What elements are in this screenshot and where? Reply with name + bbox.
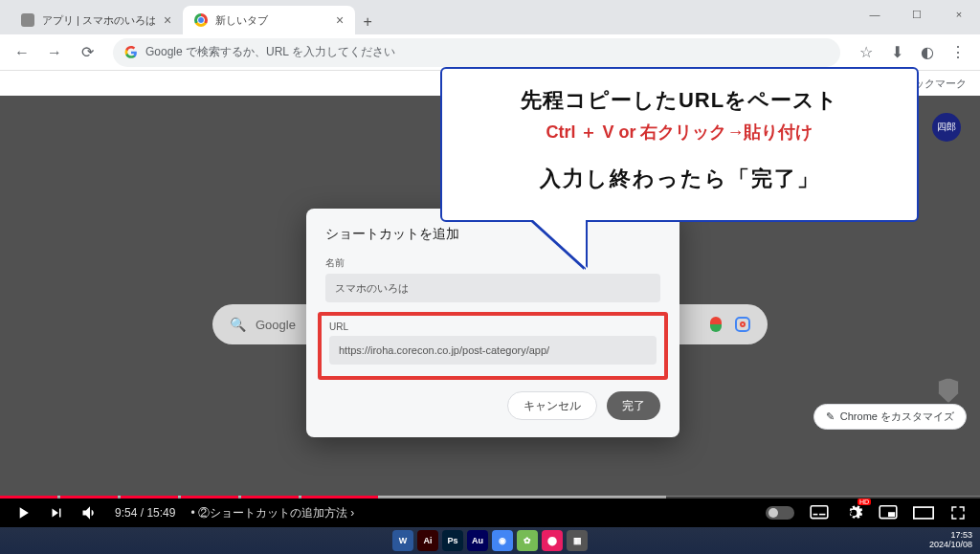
tab-new-tab[interactable]: 新しいタブ × (183, 6, 355, 34)
captions-button[interactable] (810, 505, 829, 521)
svg-rect-3 (813, 514, 818, 516)
url-input[interactable]: https://iroha.corecon.co.jp/post-categor… (329, 336, 657, 365)
app-icon-3[interactable]: ▦ (567, 530, 588, 551)
omnibox-placeholder: Google で検索するか、URL を入力してください (145, 44, 395, 60)
autoplay-toggle[interactable] (766, 506, 794, 520)
back-button[interactable]: ← (8, 38, 36, 67)
svg-rect-7 (914, 507, 933, 519)
name-input[interactable]: スマホのいろは (325, 274, 660, 302)
chapter-title[interactable]: • ②ショートカットの追加方法 › (190, 505, 354, 521)
avatar-label: 四郎 (937, 121, 956, 134)
search-icon: 🔍 (230, 317, 246, 332)
callout-line2: Ctrl ＋ V or 右クリック→貼り付け (459, 121, 900, 144)
pencil-icon: ✎ (826, 410, 835, 423)
mic-icon[interactable] (710, 317, 722, 332)
svg-rect-4 (819, 514, 825, 516)
app-icon[interactable]: ✿ (517, 530, 538, 551)
app-icon-2[interactable]: ⬤ (542, 530, 563, 551)
svg-point-1 (768, 508, 778, 518)
chrome-taskbar-icon[interactable]: ◉ (492, 530, 513, 551)
windows-taskbar: W Ai Ps Au ◉ ✿ ⬤ ▦ 17:53 2024/10/08 (0, 527, 980, 554)
bookmarks-folder[interactable]: ックマーク (914, 77, 967, 91)
customize-label: Chrome をカスタマイズ (840, 410, 954, 424)
searchbox-hint: Google (256, 318, 296, 332)
bookmark-star-icon[interactable]: ☆ (852, 38, 880, 67)
done-button[interactable]: 完了 (607, 391, 660, 420)
new-tab-button[interactable]: + (355, 10, 380, 34)
customize-chrome-button[interactable]: ✎ Chrome をカスタマイズ (813, 404, 967, 430)
menu-icon[interactable]: ⋮ (944, 38, 972, 67)
play-button[interactable] (13, 503, 33, 522)
system-tray[interactable]: 17:53 2024/10/08 (929, 531, 972, 550)
theater-button[interactable] (913, 506, 934, 520)
tab-title: 新しいタブ (215, 13, 268, 28)
minimize-button[interactable]: — (854, 0, 896, 29)
tab-app-iroha[interactable]: アプリ | スマホのいろは × (10, 6, 183, 34)
profile-icon[interactable]: ◐ (913, 38, 942, 67)
close-window-button[interactable]: × (938, 0, 980, 29)
miniplayer-button[interactable] (879, 505, 898, 521)
svg-rect-6 (888, 512, 895, 517)
address-bar[interactable]: Google で検索するか、URL を入力してください (113, 38, 840, 67)
settings-button[interactable] (844, 503, 863, 522)
toolbar: ← → ⟳ Google で検索するか、URL を入力してください ☆ ⬇ ◐ … (0, 34, 980, 71)
volume-button[interactable] (80, 503, 100, 522)
fullscreen-button[interactable] (949, 504, 967, 521)
close-icon[interactable]: × (164, 12, 171, 28)
window-controls: — ☐ × (854, 0, 980, 29)
url-section-highlighted: URL https://iroha.corecon.co.jp/post-cat… (318, 312, 668, 380)
illustrator-icon[interactable]: Ai (417, 530, 438, 551)
maximize-button[interactable]: ☐ (896, 0, 938, 29)
user-avatar[interactable]: 四郎 (932, 113, 961, 142)
svg-rect-2 (811, 506, 828, 519)
tab-favicon-icon (21, 13, 34, 27)
dialog-actions: キャンセル 完了 (325, 391, 660, 420)
name-input-value: スマホのいろは (335, 281, 409, 296)
tab-title: アプリ | スマホのいろは (42, 13, 156, 28)
tab-strip: アプリ | スマホのいろは × 新しいタブ × + — ☐ × (0, 0, 980, 34)
time-display: 9:54 / 15:49 (115, 506, 175, 520)
dialog-title: ショートカットを追加 (325, 226, 660, 243)
cancel-button[interactable]: キャンセル (507, 391, 597, 420)
google-icon (124, 46, 138, 59)
add-shortcut-dialog: ショートカットを追加 名前 スマホのいろは URL https://iroha.… (306, 209, 679, 437)
next-button[interactable] (48, 504, 65, 521)
close-icon[interactable]: × (336, 12, 344, 28)
downloads-icon[interactable]: ⬇ (882, 38, 911, 67)
instruction-callout: 先程コピーしたURLをペースト Ctrl ＋ V or 右クリック→貼り付け 入… (440, 67, 919, 222)
url-input-value: https://iroha.corecon.co.jp/post-categor… (339, 344, 549, 356)
chrome-favicon-icon (194, 13, 208, 27)
lens-icon[interactable] (735, 317, 750, 332)
forward-button[interactable]: → (40, 38, 69, 67)
video-player-controls: 9:54 / 15:49 • ②ショートカットの追加方法 › (0, 499, 980, 527)
callout-line1: 先程コピーしたURLをペースト (459, 86, 900, 115)
word-icon[interactable]: W (392, 530, 413, 551)
name-field-label: 名前 (325, 256, 660, 270)
reload-button[interactable]: ⟳ (73, 38, 101, 67)
audition-icon[interactable]: Au (467, 530, 488, 551)
callout-line3: 入力し終わったら「完了」 (459, 165, 900, 193)
url-field-label: URL (329, 321, 657, 332)
photoshop-icon[interactable]: Ps (442, 530, 463, 551)
chrome-window: アプリ | スマホのいろは × 新しいタブ × + — ☐ × ← → ⟳ Go… (0, 0, 980, 497)
